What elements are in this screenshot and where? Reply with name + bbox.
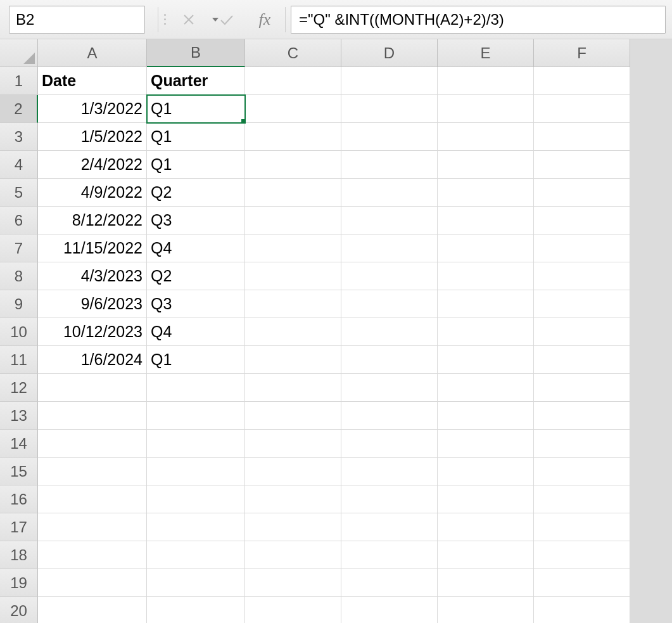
cell-B7[interactable]: Q4 — [147, 234, 245, 262]
cell-A19[interactable] — [38, 569, 147, 597]
cell-A1[interactable]: Date — [38, 67, 147, 95]
cell-E13[interactable] — [438, 402, 534, 430]
cell-B2[interactable]: Q1 — [147, 95, 245, 123]
row-header-5[interactable]: 5 — [0, 179, 38, 207]
cell-A3[interactable]: 1/5/2022 — [38, 123, 147, 151]
cell-A13[interactable] — [38, 402, 147, 430]
cell-A10[interactable]: 10/12/2023 — [38, 318, 147, 346]
cell-B15[interactable] — [147, 458, 245, 485]
cell-B9[interactable]: Q3 — [147, 290, 245, 318]
cell-E3[interactable] — [438, 123, 534, 151]
row-header-18[interactable]: 18 — [0, 541, 38, 569]
cell-C15[interactable] — [245, 458, 341, 485]
cell-F9[interactable] — [534, 290, 630, 318]
cell-F5[interactable] — [534, 179, 630, 207]
cell-B13[interactable] — [147, 402, 245, 430]
row-header-9[interactable]: 9 — [0, 290, 38, 318]
cell-F11[interactable] — [534, 346, 630, 374]
row-header-15[interactable]: 15 — [0, 458, 38, 485]
cell-C17[interactable] — [245, 513, 341, 541]
cell-C11[interactable] — [245, 346, 341, 374]
cell-D2[interactable] — [341, 95, 438, 123]
cell-E6[interactable] — [438, 207, 534, 234]
cell-E10[interactable] — [438, 318, 534, 346]
row-header-14[interactable]: 14 — [0, 430, 38, 458]
cell-E19[interactable] — [438, 569, 534, 597]
formula-input[interactable] — [291, 6, 666, 34]
cell-A20[interactable] — [38, 597, 147, 623]
cell-C1[interactable] — [245, 67, 341, 95]
cell-F17[interactable] — [534, 513, 630, 541]
column-header-F[interactable]: F — [534, 39, 630, 67]
cell-D16[interactable] — [341, 485, 438, 513]
cell-F3[interactable] — [534, 123, 630, 151]
cell-A17[interactable] — [38, 513, 147, 541]
cell-F8[interactable] — [534, 262, 630, 290]
cell-E15[interactable] — [438, 458, 534, 485]
cell-E16[interactable] — [438, 485, 534, 513]
cell-E2[interactable] — [438, 95, 534, 123]
cell-E14[interactable] — [438, 430, 534, 458]
cell-C6[interactable] — [245, 207, 341, 234]
select-all-corner[interactable] — [0, 39, 38, 67]
cell-E7[interactable] — [438, 234, 534, 262]
column-header-C[interactable]: C — [245, 39, 341, 67]
cell-C8[interactable] — [245, 262, 341, 290]
cell-B16[interactable] — [147, 485, 245, 513]
cell-B4[interactable]: Q1 — [147, 151, 245, 179]
cell-F6[interactable] — [534, 207, 630, 234]
cell-D3[interactable] — [341, 123, 438, 151]
cell-C2[interactable] — [245, 95, 341, 123]
cell-E8[interactable] — [438, 262, 534, 290]
cell-D18[interactable] — [341, 541, 438, 569]
cell-C12[interactable] — [245, 374, 341, 402]
cell-F15[interactable] — [534, 458, 630, 485]
cell-C9[interactable] — [245, 290, 341, 318]
cell-B11[interactable]: Q1 — [147, 346, 245, 374]
row-header-8[interactable]: 8 — [0, 262, 38, 290]
cell-F18[interactable] — [534, 541, 630, 569]
cell-B5[interactable]: Q2 — [147, 179, 245, 207]
cell-D8[interactable] — [341, 262, 438, 290]
cell-A4[interactable]: 2/4/2022 — [38, 151, 147, 179]
row-header-13[interactable]: 13 — [0, 402, 38, 430]
cell-A9[interactable]: 9/6/2023 — [38, 290, 147, 318]
cell-D6[interactable] — [341, 207, 438, 234]
cell-F10[interactable] — [534, 318, 630, 346]
cell-C5[interactable] — [245, 179, 341, 207]
cell-B14[interactable] — [147, 430, 245, 458]
cell-F1[interactable] — [534, 67, 630, 95]
row-header-12[interactable]: 12 — [0, 374, 38, 402]
cell-D1[interactable] — [341, 67, 438, 95]
cell-D13[interactable] — [341, 402, 438, 430]
cell-C7[interactable] — [245, 234, 341, 262]
cell-A7[interactable]: 11/15/2022 — [38, 234, 147, 262]
cell-E11[interactable] — [438, 346, 534, 374]
cell-A12[interactable] — [38, 374, 147, 402]
cell-E1[interactable] — [438, 67, 534, 95]
cell-B12[interactable] — [147, 374, 245, 402]
cell-B3[interactable]: Q1 — [147, 123, 245, 151]
cell-B18[interactable] — [147, 541, 245, 569]
cell-C19[interactable] — [245, 569, 341, 597]
cell-E5[interactable] — [438, 179, 534, 207]
cell-D19[interactable] — [341, 569, 438, 597]
cell-D17[interactable] — [341, 513, 438, 541]
cell-C14[interactable] — [245, 430, 341, 458]
cell-A15[interactable] — [38, 458, 147, 485]
cell-B19[interactable] — [147, 569, 245, 597]
column-header-A[interactable]: A — [38, 39, 147, 67]
cell-A11[interactable]: 1/6/2024 — [38, 346, 147, 374]
cell-F12[interactable] — [534, 374, 630, 402]
cell-F19[interactable] — [534, 569, 630, 597]
row-header-20[interactable]: 20 — [0, 597, 38, 623]
cell-E9[interactable] — [438, 290, 534, 318]
cell-D12[interactable] — [341, 374, 438, 402]
row-header-6[interactable]: 6 — [0, 207, 38, 234]
cell-C4[interactable] — [245, 151, 341, 179]
cell-E18[interactable] — [438, 541, 534, 569]
cell-C18[interactable] — [245, 541, 341, 569]
cell-E4[interactable] — [438, 151, 534, 179]
insert-function-button[interactable]: fx — [246, 7, 284, 32]
column-header-E[interactable]: E — [438, 39, 534, 67]
